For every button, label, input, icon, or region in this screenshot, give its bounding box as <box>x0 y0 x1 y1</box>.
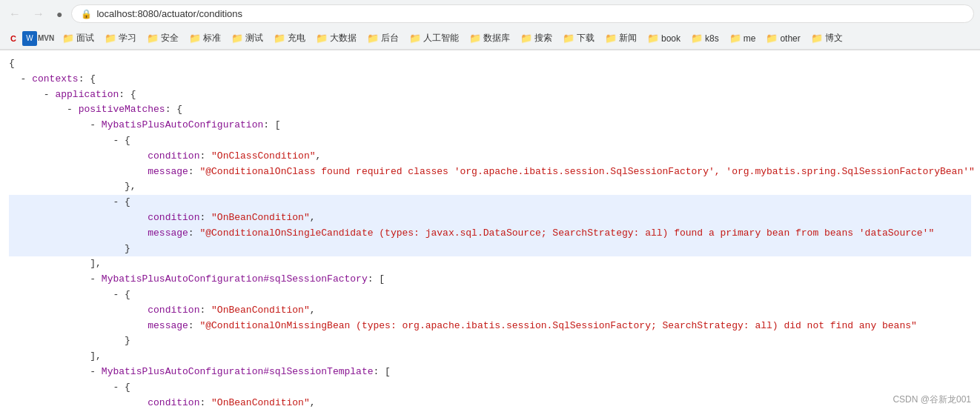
bookmark-学习[interactable]: 📁 学习 <box>100 30 141 46</box>
bookmark-下载[interactable]: 📁 下载 <box>558 30 599 46</box>
back-button[interactable]: ← <box>6 6 24 22</box>
bookmark-other[interactable]: 📁 other <box>761 31 804 45</box>
line-16: - { <box>9 288 971 303</box>
bookmark-充电[interactable]: 📁 充电 <box>269 30 310 46</box>
bookmark-label: 安全 <box>161 32 179 44</box>
csdn-icon[interactable]: C <box>6 31 21 46</box>
line-6: - { <box>9 133 971 149</box>
line-22: - { <box>9 380 971 396</box>
line-21: - MybatisPlusAutoConfiguration#sqlSessio… <box>9 365 971 380</box>
bookmark-数据库[interactable]: 📁 数据库 <box>465 30 514 46</box>
bookmark-测试[interactable]: 📁 测试 <box>227 30 268 46</box>
line-3: - application: { <box>9 87 971 103</box>
bookmark-label: 搜索 <box>534 32 552 44</box>
bookmark-label: me <box>744 33 756 44</box>
bookmark-label: 博文 <box>825 32 843 44</box>
folder-icon: 📁 <box>367 33 379 44</box>
bookmark-标准[interactable]: 📁 标准 <box>185 30 225 46</box>
json-content: { - contexts: { - application: { - posit… <box>0 50 980 412</box>
line-4: - positiveMatches: { <box>9 102 971 118</box>
folder-icon: 📁 <box>647 33 659 44</box>
bookmark-label: 面试 <box>76 32 94 44</box>
folder-icon: 📁 <box>316 33 328 44</box>
lock-icon: 🔒 <box>81 9 92 19</box>
folder-icon: 📁 <box>469 33 481 44</box>
folder-icon: 📁 <box>691 33 703 44</box>
line-11: condition: "OnBeanCondition", <box>9 210 971 226</box>
bookmark-label: k8s <box>705 33 719 44</box>
line-14: ], <box>9 256 971 272</box>
line-2: - contexts: { <box>9 72 971 87</box>
folder-icon: 📁 <box>189 33 201 44</box>
folder-icon: 📁 <box>105 33 116 44</box>
line-12: message: "@ConditionalOnSingleCandidate … <box>9 226 971 242</box>
line-10: - { <box>9 195 971 210</box>
folder-icon: 📁 <box>147 33 159 44</box>
bookmark-me[interactable]: 📁 me <box>725 31 761 45</box>
folder-icon: 📁 <box>520 33 532 44</box>
bookmark-label: other <box>780 33 800 44</box>
bookmark-新闻[interactable]: 📁 新闻 <box>600 30 641 46</box>
line-13: } <box>9 242 971 257</box>
bookmark-k8s[interactable]: 📁 k8s <box>686 31 724 45</box>
line-5: - MybatisPlusAutoConfiguration: [ <box>9 118 971 133</box>
folder-icon: 📁 <box>274 33 285 44</box>
bookmark-label: 学习 <box>119 32 136 44</box>
bookmark-大数据[interactable]: 📁 大数据 <box>311 30 361 46</box>
folder-icon: 📁 <box>811 33 823 44</box>
line-15: - MybatisPlusAutoConfiguration#sqlSessio… <box>9 272 971 288</box>
bookmark-安全[interactable]: 📁 安全 <box>142 30 183 46</box>
nav-bar: ← → ● 🔒 localhost:8080/actuator/conditio… <box>0 0 980 27</box>
bookmark-label: 标准 <box>203 32 221 44</box>
watermark: CSDN @谷新龙001 <box>893 393 971 406</box>
folder-icon: 📁 <box>231 33 243 44</box>
folder-icon: 📁 <box>62 33 74 44</box>
line-1: { <box>9 56 971 72</box>
line-19: } <box>9 333 971 349</box>
folder-icon: 📁 <box>563 33 575 44</box>
bookmark-label: book <box>661 33 681 44</box>
line-9: }, <box>9 179 971 195</box>
address-bar[interactable]: 🔒 localhost:8080/actuator/conditions <box>71 4 974 23</box>
bookmark-博文[interactable]: 📁 博文 <box>807 30 847 46</box>
forward-button[interactable]: → <box>30 6 47 22</box>
line-7: condition: "OnClassCondition", <box>9 149 971 165</box>
bookmark-book[interactable]: 📁 book <box>643 31 685 45</box>
line-8: message: "@ConditionalOnClass found requ… <box>9 165 971 180</box>
browser-chrome: ← → ● 🔒 localhost:8080/actuator/conditio… <box>0 0 980 50</box>
browser-app-icons: C W MVN <box>6 31 53 46</box>
folder-icon: 📁 <box>409 33 421 44</box>
app-icon-2[interactable]: W <box>22 31 37 46</box>
bookmark-label: 充电 <box>288 32 305 44</box>
bookmark-面试[interactable]: 📁 面试 <box>58 30 99 46</box>
bookmark-人工智能[interactable]: 📁 人工智能 <box>405 30 463 46</box>
refresh-button[interactable]: ● <box>53 7 65 21</box>
bookmark-后台[interactable]: 📁 后台 <box>362 30 403 46</box>
folder-icon: 📁 <box>729 33 741 44</box>
line-20: ], <box>9 349 971 365</box>
bookmark-搜索[interactable]: 📁 搜索 <box>516 30 557 46</box>
folder-icon: 📁 <box>766 33 778 44</box>
mvn-icon[interactable]: MVN <box>39 31 53 46</box>
line-17: condition: "OnBeanCondition", <box>9 303 971 319</box>
bookmarks-bar: C W MVN 📁 面试 📁 学习 📁 安全 📁 标准 📁 测试 📁 充电 <box>0 27 980 50</box>
folder-icon: 📁 <box>605 33 617 44</box>
line-18: message: "@ConditionalOnMissingBean (typ… <box>9 319 971 334</box>
bookmark-label: 后台 <box>381 32 399 44</box>
bookmark-label: 测试 <box>245 32 263 44</box>
bookmark-label: 数据库 <box>483 32 510 44</box>
bookmark-label: 新闻 <box>619 32 637 44</box>
bookmark-label: 下载 <box>577 32 595 44</box>
bookmark-label: 大数据 <box>330 32 357 44</box>
url-text: localhost:8080/actuator/conditions <box>96 8 242 19</box>
line-23: condition: "OnBeanCondition", <box>9 396 971 411</box>
bookmark-label: 人工智能 <box>423 32 459 44</box>
